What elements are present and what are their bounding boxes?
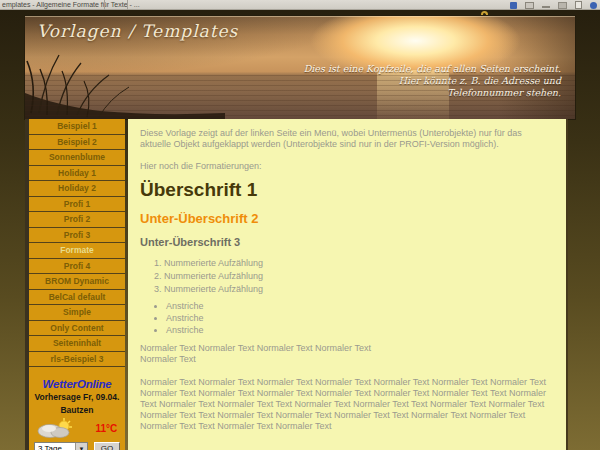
bookmark-icon[interactable]	[510, 2, 517, 9]
browser-tab-title: emplates - Allgemeine Formate für Texte …	[2, 1, 140, 8]
tagline-line-1: Dies ist eine Kopfzeile, die auf allen S…	[304, 63, 561, 75]
sidebar-item-sonnenblume[interactable]: Sonnenblume	[29, 150, 125, 166]
sidebar-item-profi-3[interactable]: Profi 3	[29, 228, 125, 244]
sidebar-item-beispiel-2[interactable]: Beispiel 2	[29, 135, 125, 151]
formats-label: Hier noch die Formatierungen:	[140, 161, 554, 172]
minimize-icon[interactable]	[542, 6, 550, 8]
site-title: Vorlagen / Templates	[37, 21, 238, 41]
sidebar-item-simple[interactable]: Simple	[29, 305, 125, 321]
weather-condition-row: 11°C	[37, 418, 118, 438]
normal-text-paragraph-1: Normaler Text Normaler Text Normaler Tex…	[140, 343, 554, 365]
browser-chrome: emplates - Allgemeine Formate für Texte …	[0, 0, 600, 10]
numbered-list-item: Nummerierte Aufzählung	[164, 283, 554, 296]
weather-temperature: 11°C	[96, 423, 118, 434]
sidebar-item-profi-4[interactable]: Profi 4	[29, 259, 125, 275]
bullet-list-item: Anstriche	[166, 324, 554, 336]
beach-grass-icon	[25, 47, 225, 119]
page-icon[interactable]	[575, 1, 582, 9]
heading-3: Unter-Überschrift 3	[140, 237, 554, 248]
bullet-list-item: Anstriche	[166, 300, 554, 312]
bullet-list: Anstriche Anstriche Anstriche	[140, 300, 554, 336]
sidebar-item-rls-beispiel-3[interactable]: rls-Beispiel 3	[29, 352, 125, 368]
sidebar-item-belcal-default[interactable]: BelCal default	[29, 290, 125, 306]
tagline-line-3: Telefonnummer stehen.	[304, 87, 561, 99]
chrome-separator	[104, 0, 105, 10]
page-background: Vorlagen / Templates Dies ist eine Kopfz…	[0, 10, 600, 450]
help-icon[interactable]	[590, 2, 597, 9]
normal-text-paragraph-2: Normaler Text Normaler Text Normaler Tex…	[140, 377, 554, 432]
heading-1: Überschrift 1	[140, 180, 554, 200]
sidebar-item-only-content[interactable]: Only Content	[29, 321, 125, 337]
tagline-line-2: Hier könnte z. B. die Adresse und	[304, 75, 561, 87]
sidebar-item-profi-2[interactable]: Profi 2	[29, 212, 125, 228]
weather-city: Bautzen	[60, 405, 93, 416]
sidebar-item-formate[interactable]: Formate	[29, 243, 125, 259]
chevron-down-icon[interactable]: ▼	[75, 443, 87, 450]
weather-widget: WetterOnline Vorhersage Fr, 09.04. Bautz…	[29, 367, 125, 450]
sun-reflection	[377, 70, 449, 119]
weather-controls: 3 Tage ▼ GO	[34, 442, 120, 450]
sidebar-item-profi-1[interactable]: Profi 1	[29, 197, 125, 213]
sidebar-item-holiday-1[interactable]: Holiday 1	[29, 166, 125, 182]
header-banner: Vorlagen / Templates Dies ist eine Kopfz…	[25, 16, 575, 119]
weather-go-button[interactable]: GO	[94, 442, 120, 450]
sidebar-item-holiday-2[interactable]: Holiday 2	[29, 181, 125, 197]
screenshot-root: emplates - Allgemeine Formate für Texte …	[0, 0, 600, 450]
bullet-list-item: Anstriche	[166, 312, 554, 324]
forecast-range-select[interactable]: 3 Tage ▼	[34, 442, 88, 450]
numbered-list-item: Nummerierte Aufzählung	[164, 270, 554, 283]
sidebar: Beispiel 1 Beispiel 2 Sonnenblume Holida…	[25, 119, 125, 450]
chrome-separator	[127, 0, 128, 10]
sun-behind-cloud-icon	[37, 418, 73, 438]
numbered-list: Nummerierte Aufzählung Nummerierte Aufzä…	[140, 257, 554, 296]
header-tagline: Dies ist eine Kopfzeile, die auf allen S…	[304, 63, 561, 99]
browser-toolbar-icons	[510, 1, 597, 9]
weather-forecast-date: Vorhersage Fr, 09.04.	[35, 392, 120, 403]
forecast-range-value: 3 Tage	[35, 443, 75, 450]
sidebar-item-seiteninhalt[interactable]: Seiteninhalt	[29, 336, 125, 352]
heading-2: Unter-Überschrift 2	[140, 212, 554, 225]
main-content: Diese Vorlage zeigt auf der linken Seite…	[128, 119, 568, 450]
intro-paragraph: Diese Vorlage zeigt auf der linken Seite…	[140, 128, 554, 150]
sidebar-item-brom-dynamic[interactable]: BROM Dynamic	[29, 274, 125, 290]
restore-icon[interactable]	[558, 2, 567, 9]
wetteronline-logo[interactable]: WetterOnline	[43, 378, 112, 390]
window-icon[interactable]	[525, 2, 534, 9]
numbered-list-item: Nummerierte Aufzählung	[164, 257, 554, 270]
sidebar-item-beispiel-1[interactable]: Beispiel 1	[29, 119, 125, 135]
